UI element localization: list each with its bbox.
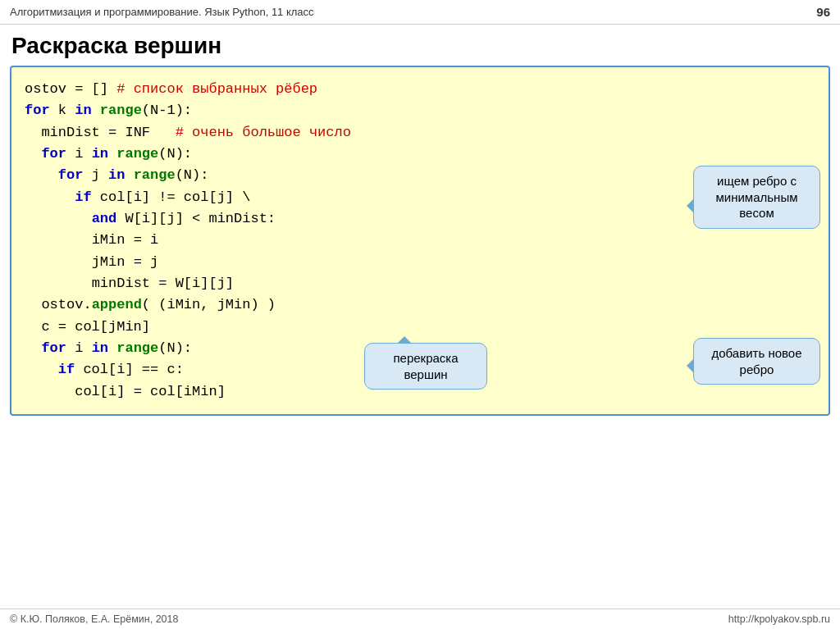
header-title: Алгоритмизация и программирование. Язык … — [10, 6, 314, 18]
code-part: append — [92, 297, 142, 312]
code-block: ostov = [] # список выбранных рёбер for … — [10, 66, 830, 416]
bubble-add-edge: добавить новое ребро — [693, 338, 820, 385]
code-part: (N): — [158, 340, 192, 356]
header-bar: Алгоритмизация и программирование. Язык … — [0, 0, 840, 25]
page-title: Раскраска вершин — [0, 25, 840, 66]
bubble-search-edge-text: ищем ребро с минимальным весом — [716, 174, 798, 220]
code-part: for — [25, 103, 50, 118]
code-part: range — [100, 103, 142, 118]
code-line-3: minDist = INF # очень большое число — [25, 122, 815, 144]
code-part: for — [41, 146, 66, 162]
code-part: ostov. — [41, 297, 91, 312]
code-line-4: for i in range(N): — [25, 144, 815, 165]
code-part — [108, 340, 116, 356]
code-part: # очень большое число — [176, 125, 351, 140]
code-part: ostov — [25, 81, 66, 97]
code-part — [92, 103, 100, 118]
footer-right: http://kpolyakov.spb.ru — [728, 613, 830, 625]
code-part: if — [75, 189, 91, 205]
code-part: in — [75, 103, 91, 118]
code-part: col[i] = col[iMin] — [75, 384, 226, 399]
code-part: i — [66, 340, 92, 356]
code-part: (N): — [176, 167, 209, 183]
footer-bar: © К.Ю. Поляков, Е.А. Ерёмин, 2018 http:/… — [0, 608, 840, 629]
code-part: range — [116, 146, 158, 162]
code-line-8: iMin = i — [25, 230, 815, 251]
code-part: for — [58, 167, 84, 183]
code-part: c = col[jMin] — [41, 319, 150, 335]
code-line-1: ostov = [] # список выбранных рёбер — [25, 79, 815, 100]
code-part: j — [83, 167, 108, 183]
code-part: for — [41, 340, 66, 356]
code-part — [108, 146, 116, 162]
code-part: ( (iMin, jMin) ) — [142, 297, 276, 312]
code-part: (N-1): — [142, 103, 192, 118]
code-line-12: c = col[jMin] — [25, 317, 815, 338]
code-part: k — [50, 103, 75, 118]
code-part-and: and — [92, 211, 117, 226]
code-part: = [] — [66, 81, 116, 97]
bubble-add-edge-text: добавить новое ребро — [712, 346, 802, 376]
code-part: = INF — [100, 125, 176, 140]
code-part: range — [134, 167, 176, 183]
code-line-2: for k in range(N-1): — [25, 100, 815, 121]
code-part: col[i] == c: — [75, 362, 184, 377]
code-part: range — [116, 340, 158, 356]
code-part: W[i][j] < minDist: — [116, 211, 276, 226]
code-part: in — [108, 167, 125, 183]
code-part: col[i] != col[j] \ — [92, 189, 251, 205]
code-part: if — [58, 362, 75, 377]
code-line-11: ostov.append( (iMin, jMin) ) — [25, 294, 815, 316]
code-part: minDist = W[i][j] — [92, 276, 234, 291]
code-line-10: minDist = W[i][j] — [25, 273, 815, 294]
code-part — [125, 167, 133, 183]
code-part: iMin = i — [92, 232, 159, 248]
code-part: i — [66, 146, 92, 162]
code-part: minDist — [41, 125, 99, 140]
code-part: # список выбранных рёбер — [116, 81, 317, 97]
code-line-9: jMin = j — [25, 252, 815, 273]
footer-left: © К.Ю. Поляков, Е.А. Ерёмин, 2018 — [10, 613, 178, 625]
code-part: in — [92, 146, 108, 162]
bubble-recolor: перекраска вершин — [364, 343, 487, 390]
code-part: in — [92, 340, 108, 356]
code-part: (N): — [158, 146, 192, 162]
bubble-recolor-text: перекраска вершин — [393, 351, 458, 381]
page-number: 96 — [816, 5, 830, 19]
bubble-search-edge: ищем ребро с минимальным весом — [693, 166, 820, 229]
code-part: jMin = j — [92, 254, 159, 270]
